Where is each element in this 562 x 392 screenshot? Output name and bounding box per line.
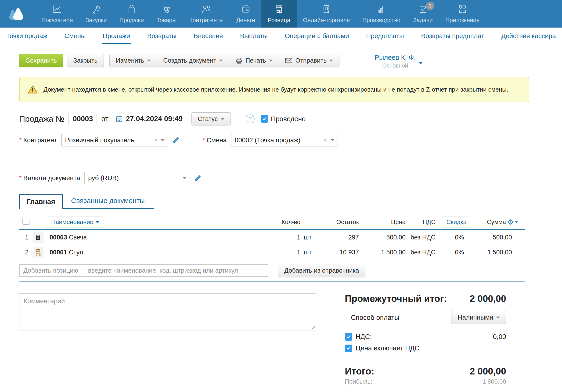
currency-select[interactable]: руб (RUB) <box>84 172 190 184</box>
approved-label: Проведено <box>271 115 306 123</box>
add-from-catalog-button[interactable]: Добавить из справочника <box>278 264 365 277</box>
payment-method-dropdown[interactable]: Наличными <box>451 311 506 324</box>
document-actions-group: Изменить Создать документ Печать Отпра <box>109 54 340 67</box>
edit-pencil-icon[interactable] <box>172 136 180 144</box>
create-document-button[interactable]: Создать документ <box>157 54 229 67</box>
chevron-down-icon <box>419 62 423 64</box>
profit-row: Прибыль: 1 800,00 <box>345 378 506 385</box>
nav-label: Показатели <box>41 17 73 23</box>
people-icon <box>201 4 212 15</box>
sidebar-item-indicators[interactable]: Показатели <box>35 0 79 28</box>
price-column-label: Цена <box>359 218 406 226</box>
edit-label: Изменить <box>116 57 144 64</box>
create-document-label: Создать документ <box>163 57 216 64</box>
nav-label: Закупки <box>86 17 107 23</box>
status-dropdown[interactable]: Статус <box>191 112 231 125</box>
chair-image <box>34 248 43 257</box>
contractor-shift-row: * Контрагент Розничный покупатель × * См… <box>19 134 525 146</box>
price-includes-vat-label: Цена включает НДС <box>356 344 420 352</box>
sidebar-item-counterparties[interactable]: Контрагенты <box>183 0 230 28</box>
save-button[interactable]: Сохранить <box>19 54 63 67</box>
name-column-label: Наименование <box>51 218 93 226</box>
sidebar-item-online-trade[interactable]: Онлайн-торговля <box>297 0 356 28</box>
sidebar-item-money[interactable]: Деньги <box>230 0 261 28</box>
document-toolbar: Сохранить Закрыть Изменить Создать докум… <box>19 54 525 69</box>
price-includes-vat-checkbox[interactable] <box>345 345 352 352</box>
document-number-input[interactable]: 00003 <box>69 112 97 125</box>
current-user-menu[interactable]: Рылеев К. Ф. Основной <box>375 54 416 69</box>
required-marker: * <box>202 137 205 144</box>
qty-column-label: Кол-во <box>275 218 300 226</box>
tab-returns[interactable]: Возвраты <box>147 28 176 44</box>
edit-pencil-icon[interactable] <box>194 174 202 182</box>
clear-icon[interactable]: × <box>154 136 158 144</box>
discount-value: 0% <box>441 249 471 256</box>
tab-cashier-actions[interactable]: Действия кассира <box>501 28 556 44</box>
check-icon <box>346 346 351 351</box>
shift-label: Смена <box>207 136 227 144</box>
sidebar-item-goods[interactable]: Товары <box>150 0 183 28</box>
tab-sales[interactable]: Продажи <box>103 28 130 44</box>
subtotal-row: Промежуточный итог: 2 000,00 <box>345 293 506 304</box>
tab-main[interactable]: Главная <box>19 194 63 209</box>
stock-column-label: Остаток <box>315 218 359 226</box>
tab-points-of-sale[interactable]: Точки продаж <box>6 28 47 44</box>
tab-prepayments[interactable]: Предоплаты <box>366 28 404 44</box>
document-datetime-value: 27.04.2024 09:49 <box>126 115 183 123</box>
resize-handle[interactable] <box>311 325 315 329</box>
table-row[interactable]: 2 00061 Стул 1 шт 10 937 1 500,00 без НД… <box>19 245 525 260</box>
send-button[interactable]: Отправить <box>279 54 340 67</box>
unit-value: шт <box>300 249 315 256</box>
sidebar-item-purchases[interactable]: Закупки <box>79 0 113 28</box>
user-role: Основной <box>375 62 416 69</box>
tab-deposits[interactable]: Внесения <box>194 28 223 44</box>
tab-linked-documents[interactable]: Связанные документы <box>63 194 154 209</box>
clear-icon[interactable]: × <box>324 136 327 144</box>
nav-label: Онлайн-торговля <box>303 17 350 23</box>
comment-textarea[interactable] <box>19 293 316 331</box>
vat-checkbox[interactable] <box>345 333 352 341</box>
profit-value: 1 800,00 <box>482 378 506 385</box>
document-datetime-input[interactable]: 27.04.2024 09:49 <box>112 112 186 125</box>
tab-points-operations[interactable]: Операции с баллами <box>285 28 349 44</box>
online-store-icon <box>321 4 332 15</box>
sidebar-item-apps[interactable]: Приложения <box>439 0 486 28</box>
print-button[interactable]: Печать <box>229 54 279 67</box>
approved-checkbox[interactable] <box>261 115 268 123</box>
sidebar-item-retail[interactable]: Розница <box>261 0 297 28</box>
check-icon <box>346 334 351 339</box>
tab-payouts[interactable]: Выплаты <box>240 28 268 44</box>
chevron-down-icon <box>96 221 99 223</box>
app-logo[interactable] <box>0 0 35 28</box>
sidebar-item-production[interactable]: Производство <box>356 0 407 28</box>
edit-button[interactable]: Изменить <box>109 54 157 67</box>
gear-icon[interactable]: ⚙ <box>507 218 514 226</box>
close-button[interactable]: Закрыть <box>67 54 104 67</box>
wallet-icon <box>240 4 251 15</box>
totals-panel: Промежуточный итог: 2 000,00 Способ опла… <box>345 293 506 392</box>
contractor-select[interactable]: Розничный покупатель × <box>61 134 168 146</box>
tab-prepayment-returns[interactable]: Возвраты предоплат <box>421 28 484 44</box>
sidebar-item-tasks[interactable]: 1 Задачи <box>407 0 439 28</box>
table-row[interactable]: 1 00063 Свеча 1 шт 297 500,00 без НДС 0%… <box>19 230 525 245</box>
shift-select[interactable]: 00002 (Точка продаж) × <box>231 134 338 146</box>
price-includes-vat-row: Цена включает НДС <box>345 344 506 352</box>
vat-label: НДС: <box>356 333 372 341</box>
shopping-bag-icon <box>126 4 137 15</box>
contractor-value: Розничный покупатель <box>65 136 154 144</box>
tab-shifts[interactable]: Смены <box>65 28 86 44</box>
help-icon[interactable]: ? <box>246 114 255 123</box>
check-icon <box>262 116 267 122</box>
sidebar-item-sales[interactable]: Продажи <box>113 0 150 28</box>
discount-column-button[interactable]: Скидка <box>442 217 471 228</box>
name-column-sort-button[interactable]: Наименование <box>47 217 103 228</box>
required-marker: * <box>19 137 22 144</box>
chevron-down-icon <box>219 60 223 62</box>
payment-method-label: Способ оплаты <box>345 314 399 321</box>
select-all-checkbox[interactable] <box>23 218 29 225</box>
price-value: 500,00 <box>359 234 406 241</box>
chevron-down-icon <box>269 60 273 62</box>
add-position-input[interactable] <box>19 264 268 277</box>
row-number: 1 <box>19 234 30 241</box>
currency-value: руб (RUB) <box>88 174 183 182</box>
